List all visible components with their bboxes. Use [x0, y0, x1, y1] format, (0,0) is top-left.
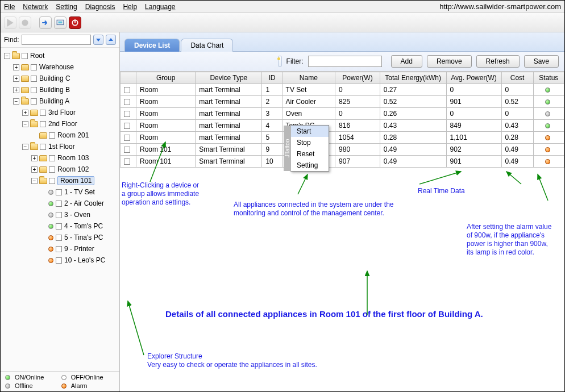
- expand-icon[interactable]: +: [13, 76, 19, 82]
- tree-device[interactable]: 5 - Tina's PC: [64, 233, 103, 241]
- cell-type: mart Terminal: [196, 96, 262, 108]
- tree-device[interactable]: 3 - Oven: [64, 211, 90, 219]
- expand-icon[interactable]: −: [4, 53, 10, 59]
- cell-avg: 901: [446, 96, 501, 108]
- ctx-stop[interactable]: Stop: [291, 137, 329, 148]
- monitor-button[interactable]: [54, 16, 67, 29]
- lamp-icon: [5, 375, 10, 380]
- cell-total: 0.43: [380, 120, 446, 132]
- tree-floor1[interactable]: 1st Floor: [48, 143, 75, 151]
- menu-help[interactable]: Help: [123, 3, 137, 11]
- tab-data-chart[interactable]: Data Chart: [181, 39, 233, 52]
- cell-total: 0.28: [380, 132, 446, 144]
- cell-cost: 0: [501, 84, 533, 96]
- table-row[interactable]: Room 101Smart Terminal9Printer9800.49902…: [121, 144, 564, 156]
- menu-setting[interactable]: Setting: [56, 3, 77, 11]
- table-row[interactable]: Roommart Terminal5Tina's PC10540.281,101…: [121, 132, 564, 144]
- menu-diagnosis[interactable]: Diagnosis: [85, 3, 115, 11]
- find-down-button[interactable]: [93, 35, 103, 45]
- folder-icon: [21, 76, 29, 82]
- cell-total: 0.52: [380, 96, 446, 108]
- tree-room103[interactable]: Room 103: [57, 154, 89, 162]
- row-checkbox[interactable]: [124, 135, 130, 141]
- checkbox[interactable]: [22, 53, 28, 59]
- expand-icon[interactable]: −: [13, 98, 19, 105]
- tree-device[interactable]: 9 - Printer: [64, 245, 94, 253]
- row-checkbox[interactable]: [124, 159, 130, 165]
- table-row[interactable]: Roommart Terminal2Air Cooler8250.529010.…: [121, 96, 564, 108]
- ctx-start[interactable]: Start: [291, 126, 329, 137]
- tree-room102[interactable]: Room 102: [57, 165, 89, 173]
- lamp-icon: [48, 235, 53, 240]
- tree-buildingC[interactable]: Building C: [39, 74, 70, 82]
- cell-avg: 0: [446, 84, 501, 96]
- device-table[interactable]: Group Device Type ID Name Power(W) Total…: [120, 72, 564, 168]
- tree-device[interactable]: 1 - TV Set: [64, 188, 95, 196]
- tree-room201[interactable]: Room 201: [57, 131, 89, 139]
- tree-floor2[interactable]: 2nd Floor: [48, 120, 77, 128]
- cell-cost: 0.52: [501, 96, 533, 108]
- ctx-reset[interactable]: Reset: [291, 148, 329, 160]
- send-button[interactable]: [39, 16, 52, 29]
- table-row[interactable]: Roommart Terminal3Oven00.2600: [121, 108, 564, 120]
- cell-type: Smart Terminal: [196, 156, 262, 168]
- tree-floor3[interactable]: 3rd Floor: [48, 109, 76, 116]
- tree-buildingA[interactable]: Building A: [39, 97, 69, 105]
- tab-device-list[interactable]: Device List: [124, 39, 180, 52]
- cell-type: Smart Terminal: [196, 144, 262, 156]
- tree-warehouse[interactable]: Warehouse: [39, 63, 74, 71]
- expand-icon[interactable]: +: [13, 87, 19, 93]
- cell-cost: 0.49: [501, 156, 533, 168]
- cell-power: 816: [335, 120, 380, 132]
- find-input[interactable]: [22, 35, 91, 45]
- status-lamp-icon: [545, 147, 550, 152]
- filter-input[interactable]: [308, 56, 382, 67]
- cell-type: mart Terminal: [196, 132, 262, 144]
- stop-button[interactable]: [19, 16, 31, 29]
- lamp-icon: [48, 212, 53, 218]
- cell-avg: 901: [446, 156, 501, 168]
- cell-id: 3: [262, 108, 282, 120]
- cell-group: Room: [136, 108, 196, 120]
- play-button[interactable]: [4, 16, 16, 29]
- row-checkbox[interactable]: [124, 111, 130, 117]
- tree-room101[interactable]: Room 101: [57, 176, 94, 185]
- remove-button[interactable]: Remove: [427, 55, 472, 68]
- menu-network[interactable]: Network: [23, 3, 48, 11]
- find-up-button[interactable]: [106, 35, 116, 45]
- tree-device[interactable]: 2 - Air Cooler: [64, 199, 104, 207]
- tree-root[interactable]: Root: [30, 52, 44, 60]
- column-picker-button[interactable]: [278, 56, 282, 67]
- menubar: File Network Setting Diagnosis Help Lang…: [1, 1, 564, 13]
- tree-buildingB[interactable]: Building B: [39, 86, 70, 94]
- cell-avg: 902: [446, 144, 501, 156]
- svg-rect-3: [59, 21, 63, 23]
- save-button[interactable]: Save: [524, 55, 559, 68]
- svg-line-11: [506, 172, 521, 184]
- cell-avg: 1,101: [446, 132, 501, 144]
- add-button[interactable]: Add: [391, 55, 422, 68]
- cell-power: 825: [335, 96, 380, 108]
- tree-device[interactable]: 10 - Leo's PC: [64, 256, 105, 264]
- table-header: Group Device Type ID Name Power(W) Total…: [121, 72, 564, 84]
- refresh-button[interactable]: Refresh: [476, 55, 520, 68]
- table-row[interactable]: Roommart Terminal4Tom's PC8160.438490.43: [121, 120, 564, 132]
- ctx-setting[interactable]: Setting: [291, 160, 329, 171]
- toolbar: [1, 13, 564, 32]
- row-checkbox[interactable]: [124, 147, 130, 153]
- row-checkbox[interactable]: [124, 123, 130, 129]
- menu-language[interactable]: Language: [145, 3, 175, 11]
- menu-file[interactable]: File: [4, 3, 15, 11]
- folder-icon: [12, 53, 20, 59]
- row-checkbox[interactable]: [124, 99, 130, 105]
- expand-icon[interactable]: +: [13, 64, 19, 70]
- tree-device[interactable]: 4 - Tom's PC: [64, 222, 103, 230]
- power-button[interactable]: [69, 16, 81, 29]
- table-row[interactable]: Room 101Smart Terminal10Leo's PC9070.499…: [121, 156, 564, 168]
- cell-group: Room: [136, 96, 196, 108]
- table-row[interactable]: Roommart Terminal1TV Set00.2700: [121, 84, 564, 96]
- row-checkbox[interactable]: [124, 87, 130, 93]
- tree-view[interactable]: −Root +Warehouse +Building C +Building B…: [1, 48, 119, 371]
- context-menu-strip: JTattoo: [284, 126, 291, 171]
- cell-group: Room 101: [136, 156, 196, 168]
